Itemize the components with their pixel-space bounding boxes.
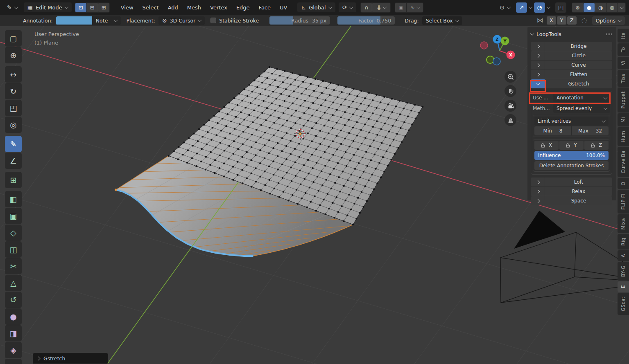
show-gizmo-toggle[interactable]: ↗	[516, 2, 527, 13]
max-field[interactable]: Max 32	[572, 126, 609, 135]
options-dropdown[interactable]: Options	[592, 16, 625, 25]
rotate-tool-button[interactable]: ↻	[5, 83, 22, 99]
edge-select-button[interactable]: ⊟	[87, 3, 98, 12]
camera-view-button[interactable]	[505, 100, 516, 112]
menu-vertex[interactable]: Vertex	[206, 4, 232, 11]
tab-puppet[interactable]: Puppet	[618, 88, 629, 112]
tab-mi[interactable]: Mi	[618, 113, 629, 126]
lock-z-button[interactable]: Z	[584, 141, 609, 150]
wireframe-shading-button[interactable]: ⊛	[572, 3, 583, 12]
measure-tool-button[interactable]: ∠	[5, 153, 22, 169]
menu-view[interactable]: View	[116, 4, 138, 11]
tab-gscat[interactable]: GScat	[618, 293, 629, 315]
inset-faces-tool-button[interactable]: ▣	[5, 208, 22, 224]
operator-panel[interactable]: Gstretch	[33, 353, 108, 364]
menu-uv[interactable]: UV	[275, 4, 292, 11]
proportional-edit-button[interactable]: ◉	[395, 3, 406, 12]
toggle-orthographic-button[interactable]	[505, 114, 516, 126]
rendered-shading-button[interactable]: ◍	[606, 3, 618, 12]
tab-a[interactable]: A	[618, 250, 629, 261]
relax-expand-button[interactable]	[531, 187, 545, 196]
bridge-button[interactable]: Bridge	[545, 42, 612, 51]
show-overlays-toggle[interactable]: ◔	[534, 2, 545, 13]
tab-o[interactable]: O	[618, 178, 629, 189]
mirror-y-toggle[interactable]: Y	[557, 16, 566, 25]
proportional-connected-icon[interactable]: ◌	[581, 17, 587, 24]
visibility-dropdown[interactable]: ⊙	[496, 2, 514, 12]
scale-tool-button[interactable]: ◰	[5, 100, 22, 116]
transform-tool-button[interactable]: ◎	[5, 117, 22, 133]
mode-dropdown[interactable]: ▦ Edit Mode	[24, 2, 72, 12]
space-button[interactable]: Space	[545, 196, 612, 205]
radius-slider[interactable]: Radius 35 px	[269, 16, 330, 25]
shear-tool-button[interactable]: ▱	[5, 359, 22, 364]
move-tool-button[interactable]: ↔	[5, 66, 22, 83]
tab-vi[interactable]: Vi	[618, 57, 629, 69]
tab-curve-ba[interactable]: Curve Ba	[618, 147, 629, 177]
limit-vertices-dropdown[interactable]: Limit vertices	[534, 117, 609, 126]
looptools-panel-header[interactable]: LoopTools	[531, 29, 612, 38]
drag-dropdown[interactable]: Select Box	[422, 16, 462, 25]
tab-flip-fl[interactable]: FLIP Fl	[618, 190, 629, 213]
material-shading-button[interactable]: ◑	[595, 3, 606, 12]
circle-expand-button[interactable]	[531, 51, 545, 60]
factor-slider[interactable]: Factor 0.750	[337, 16, 395, 25]
smooth-tool-button[interactable]: ●	[5, 308, 22, 325]
poly-build-tool-button[interactable]: △	[5, 275, 22, 291]
tab-tiss[interactable]: Tiss	[618, 70, 629, 87]
stabilize-stroke-checkbox[interactable]	[210, 18, 216, 23]
menu-add[interactable]: Add	[163, 4, 183, 11]
circle-button[interactable]: Circle	[545, 51, 612, 60]
tab-hum[interactable]: Hum	[618, 127, 629, 146]
use-dropdown[interactable]: Annotation	[553, 93, 610, 102]
annotation-color-swatch[interactable]	[56, 16, 92, 25]
tab-ite[interactable]: Ite	[618, 29, 629, 43]
loop-cut-tool-button[interactable]: ◫	[5, 241, 22, 258]
lock-y-button[interactable]: Y	[559, 141, 584, 150]
tab-mixa[interactable]: Mixa	[618, 214, 629, 234]
space-expand-button[interactable]	[531, 196, 545, 205]
edge-slide-tool-button[interactable]: ◨	[5, 325, 22, 342]
menu-edge[interactable]: Edge	[232, 4, 254, 11]
face-select-button[interactable]: ⊞	[98, 3, 109, 12]
orientation-dropdown[interactable]: ⊾ Global	[297, 2, 335, 12]
mirror-z-toggle[interactable]: Z	[567, 16, 577, 25]
loft-expand-button[interactable]	[531, 178, 545, 186]
flatten-button[interactable]: Flatten	[545, 70, 612, 79]
curve-button[interactable]: Curve	[545, 61, 612, 70]
snap-with-dropdown[interactable]: ⋕	[372, 3, 390, 12]
add-cube-tool-button[interactable]: ⊞	[5, 172, 22, 188]
snap-toggle-button[interactable]: ∩	[361, 3, 372, 12]
shading-dropdown[interactable]	[618, 3, 625, 12]
tab-rig[interactable]: Rig	[618, 234, 629, 249]
mirror-icon[interactable]: ⋈	[537, 17, 543, 24]
knife-tool-button[interactable]: ✂	[5, 258, 22, 274]
method-dropdown[interactable]: Spread evenly	[553, 104, 610, 113]
gstretch-button[interactable]: Gstretch	[545, 79, 612, 88]
zoom-button[interactable]	[505, 71, 516, 83]
menu-select[interactable]: Select	[138, 4, 163, 11]
menu-mesh[interactable]: Mesh	[183, 4, 206, 11]
delete-annotation-strokes-button[interactable]: Delete Annotation Strokes	[534, 161, 609, 170]
influence-slider[interactable]: Influence 100.0%	[534, 151, 609, 160]
navigation-gizmo[interactable]	[480, 34, 518, 68]
tab-by-g[interactable]: BY-G	[618, 262, 629, 281]
lock-x-button[interactable]: X	[534, 141, 559, 150]
vertex-select-button[interactable]: ⊡	[75, 3, 86, 12]
pan-button[interactable]	[505, 85, 516, 97]
bridge-expand-button[interactable]	[531, 42, 545, 51]
tab-e[interactable]: E	[618, 281, 629, 292]
editor-type-selector[interactable]: ✎	[3, 2, 21, 12]
cursor-tool-button[interactable]: ⊕	[5, 47, 22, 63]
falloff-dropdown[interactable]: ∿	[407, 3, 423, 12]
bevel-tool-button[interactable]: ◇	[5, 225, 22, 241]
mirror-x-toggle[interactable]: X	[547, 16, 556, 25]
extrude-region-tool-button[interactable]: ◧	[5, 191, 22, 207]
curve-expand-button[interactable]	[531, 61, 545, 70]
tweak-select-tool-button[interactable]: ▢	[5, 30, 22, 47]
placement-dropdown[interactable]: ⊗ 3D Cursor	[158, 16, 205, 25]
spin-tool-button[interactable]: ↺	[5, 292, 22, 308]
solid-shading-button[interactable]: ●	[584, 3, 595, 12]
note-layer-dropdown[interactable]: Note	[92, 16, 121, 25]
gstretch-collapse-button[interactable]	[531, 79, 545, 88]
